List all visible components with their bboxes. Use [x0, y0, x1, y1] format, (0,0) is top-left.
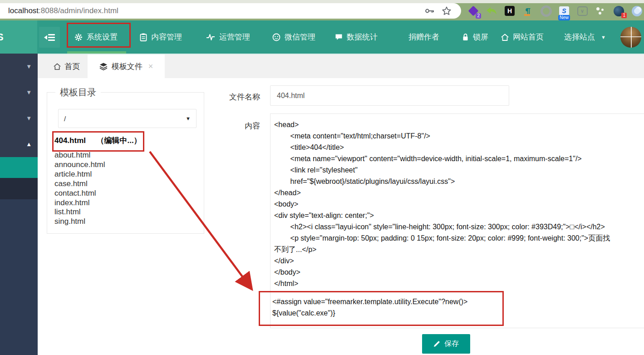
s-letter: S	[559, 6, 569, 15]
nav-label: 微信管理	[285, 32, 315, 42]
h-extension-icon[interactable]: H	[504, 5, 516, 17]
pocket-extension-icon[interactable]: ∨	[576, 5, 588, 17]
pulse-icon	[206, 34, 215, 41]
nav-label: 内容管理	[151, 32, 182, 42]
close-tab-icon[interactable]: ×	[148, 62, 153, 71]
editing-file-name: 404.html	[54, 136, 86, 145]
sidebar-item-2[interactable]: ▼	[0, 79, 38, 105]
sidebar-item-1[interactable]: ▼	[0, 54, 38, 79]
selected-directory: /	[64, 115, 66, 123]
nav-item-data-statistics[interactable]: 数据统计	[335, 20, 378, 54]
home-icon	[501, 34, 509, 41]
h-letter: H	[505, 6, 515, 16]
sidebar-subitem-active[interactable]	[0, 157, 38, 178]
chevron-down-icon: ▼	[26, 89, 32, 96]
save-button[interactable]: 保存	[422, 334, 470, 354]
nav-label: 网站首页	[513, 32, 544, 42]
nav-item-donate-author[interactable]: 捐赠作者	[408, 20, 439, 54]
dot	[599, 12, 601, 15]
panel-legend: 模板目录	[55, 86, 101, 99]
file-item-404-editing[interactable]: 404.html （编辑中...）	[54, 135, 142, 146]
layers-icon	[99, 63, 108, 70]
home-icon	[54, 63, 61, 70]
file-name-label: 文件名称	[209, 92, 260, 102]
url-path: :8088/admin/index.html	[39, 6, 118, 15]
pilcrow-extension-icon[interactable]: ¶	[522, 5, 534, 17]
file-item[interactable]: contact.html	[54, 189, 105, 198]
pilcrow-underline	[524, 14, 530, 16]
sidebar-item-4-expanded[interactable]: ▲	[0, 131, 38, 157]
file-item[interactable]: case.html	[54, 179, 105, 189]
pocket-chevron: ∨	[577, 6, 588, 16]
file-item[interactable]: article.html	[54, 170, 105, 179]
tab-template-files[interactable]: 模板文件 ×	[88, 54, 165, 78]
collapse-sidebar-button[interactable]	[39, 27, 60, 48]
url-text[interactable]: localhost:8088/admin/index.html	[8, 6, 425, 15]
purple-diamond-extension-icon[interactable]: 2	[467, 5, 479, 17]
file-item[interactable]: sing.html	[54, 217, 105, 227]
nav-item-lock-screen[interactable]: 锁屏	[462, 20, 488, 54]
swirl-extension-icon[interactable]	[631, 5, 643, 17]
extension-toolbar: 2 H ¶ S New ∨ 1	[467, 3, 643, 19]
chevron-down-icon: ▼	[26, 115, 32, 122]
nav-label: 运营管理	[219, 32, 250, 42]
password-key-icon[interactable]	[425, 7, 435, 15]
clipboard-icon	[140, 33, 147, 41]
lock-icon	[462, 33, 469, 41]
green-back-arrow-extension-icon[interactable]	[486, 5, 497, 17]
dots-extension-icon[interactable]	[595, 5, 606, 17]
gray-circle-extension-icon[interactable]	[540, 5, 552, 17]
nav-label: 系统设置	[87, 32, 118, 42]
directory-select[interactable]: / ▼	[58, 109, 197, 128]
browser-top-strip	[0, 0, 644, 3]
logo-block: S	[0, 20, 37, 54]
nav-item-operations-management[interactable]: 运营管理	[206, 20, 250, 54]
file-item[interactable]: announce.html	[54, 160, 105, 170]
template-file-list: about.html announce.html article.html ca…	[54, 151, 105, 227]
chevron-up-icon: ▲	[26, 141, 32, 148]
url-host: localhost	[8, 6, 39, 15]
nav-item-website-home[interactable]: 网站首页	[501, 20, 544, 54]
file-item[interactable]: index.html	[54, 198, 105, 208]
new-badge: New	[558, 15, 570, 20]
nav-label: 捐赠作者	[408, 32, 439, 42]
notification-badge: 1	[621, 13, 627, 18]
chat-bubble-icon	[335, 34, 343, 41]
swirl-shape	[632, 6, 642, 16]
nav-item-select-site[interactable]: 选择站点 ▼	[564, 20, 606, 54]
bookmark-star-icon[interactable]	[442, 6, 451, 15]
tab-label: 模板文件	[112, 61, 143, 72]
pencil-icon	[433, 340, 440, 347]
dot	[601, 9, 604, 11]
nav-label: 锁屏	[473, 32, 488, 42]
save-label: 保存	[444, 339, 459, 349]
tab-home[interactable]: 首页	[44, 54, 89, 78]
hamburger-collapse-icon	[44, 33, 55, 42]
nav-item-wechat-management[interactable]: 微信管理	[272, 20, 315, 54]
sidebar-item-3[interactable]: ▼	[0, 105, 38, 131]
nav-item-system-settings[interactable]: 系统设置	[74, 20, 118, 54]
globe-profile-icon[interactable]: 1	[613, 5, 624, 17]
tab-bar: 首页 模板文件 ×	[38, 54, 644, 78]
file-name-input[interactable]	[270, 85, 509, 106]
nav-item-content-management[interactable]: 内容管理	[140, 20, 182, 54]
s-extension-icon[interactable]: S New	[558, 5, 570, 17]
browser-chrome: localhost:8088/admin/index.html 2 H ¶ S …	[0, 0, 644, 20]
sidebar-subitem[interactable]	[0, 178, 38, 199]
logo-letter: S	[0, 31, 4, 43]
wechat-icon	[272, 33, 280, 41]
dot	[596, 7, 600, 10]
tab-label: 首页	[65, 61, 80, 72]
file-item[interactable]: list.html	[54, 207, 105, 217]
file-item[interactable]: about.html	[54, 151, 105, 160]
nav-label: 选择站点	[564, 32, 595, 42]
chevron-down-icon: ▼	[26, 63, 32, 70]
gear-icon	[74, 33, 83, 41]
extension-count-badge: 2	[476, 13, 481, 19]
user-avatar[interactable]	[620, 27, 641, 48]
ssti-payload-text[interactable]: <#assign value="freemarker.template.util…	[272, 296, 508, 319]
address-bar[interactable]: localhost:8088/admin/index.html	[0, 3, 461, 19]
select-caret-icon: ▼	[186, 116, 191, 121]
content-label: 内容	[209, 121, 260, 131]
donut-shape	[541, 5, 552, 17]
